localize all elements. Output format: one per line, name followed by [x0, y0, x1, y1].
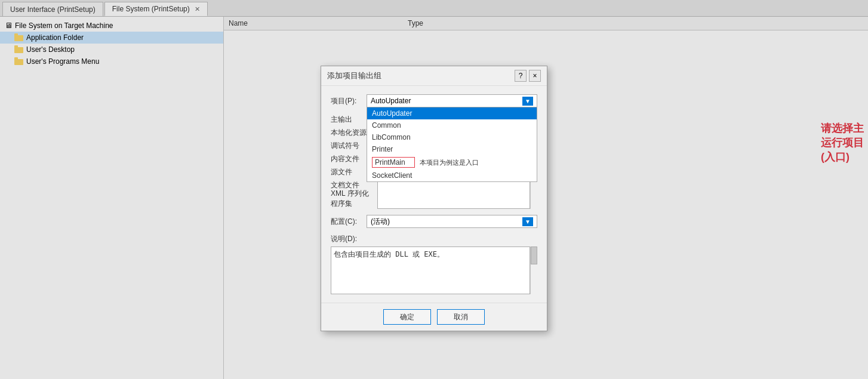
config-label: 配置(C):: [331, 217, 367, 227]
config-value: (活动): [371, 217, 390, 227]
project-dropdown[interactable]: AutoUpdater ▼: [367, 94, 537, 107]
printmain-annotation: 本项目为例这是入口: [420, 158, 479, 167]
dialog-close-button[interactable]: ×: [529, 70, 541, 82]
dropdown-item-label-libcommon: LibCommon: [372, 133, 411, 141]
dropdown-item-common[interactable]: Common: [367, 119, 537, 131]
dropdown-item-printer[interactable]: Printer: [367, 143, 537, 155]
config-dropdown[interactable]: (活动) ▼: [367, 215, 537, 228]
dialog-add-output-group: 添加项目输出组 ? × 项目(P): AutoUpdater ▼: [321, 66, 547, 331]
dropdown-item-label-autoupdater: AutoUpdater: [372, 109, 412, 118]
dropdown-item-autoupdater[interactable]: AutoUpdater: [367, 107, 537, 119]
project-label: 项目(P):: [331, 96, 367, 106]
desc-scrollbar-thumb: [531, 246, 537, 264]
desc-section: 说明(D):: [331, 234, 537, 294]
dropdown-item-printmain[interactable]: PrintMain 本项目为例这是入口: [367, 155, 537, 170]
desc-textarea[interactable]: [331, 246, 530, 294]
dialog-help-button[interactable]: ?: [515, 70, 527, 82]
project-dropdown-list: AutoUpdater Common LibCommon Printer: [367, 107, 537, 182]
config-arrow-icon: ▼: [522, 217, 533, 226]
project-row: 项目(P): AutoUpdater ▼ AutoUpdater Common: [331, 94, 537, 107]
dropdown-item-label-printmain: PrintMain: [375, 158, 405, 167]
desc-label: 说明(D):: [331, 234, 537, 244]
output-type-6: XML 序列化程序集: [331, 192, 373, 205]
config-row: 配置(C): (活动) ▼: [331, 215, 537, 228]
project-dropdown-value: AutoUpdater: [371, 97, 411, 105]
dropdown-item-label-printer: Printer: [372, 145, 393, 153]
dialog-title: 添加项目输出组: [327, 70, 381, 81]
modal-overlay: 添加项目输出组 ? × 项目(P): AutoUpdater ▼: [0, 0, 868, 379]
dialog-footer: 确定 取消: [321, 303, 547, 331]
dropdown-arrow-icon: ▼: [522, 97, 533, 106]
dialog-body: 项目(P): AutoUpdater ▼ AutoUpdater Common: [321, 86, 547, 303]
dropdown-item-label-socketclient: SocketClient: [372, 171, 412, 180]
ok-button[interactable]: 确定: [383, 309, 431, 325]
dropdown-item-libcommon[interactable]: LibCommon: [367, 131, 537, 143]
dialog-controls: ? ×: [515, 70, 541, 82]
dropdown-item-label-common: Common: [372, 121, 401, 130]
desc-scrollbar[interactable]: [530, 246, 537, 294]
cancel-button[interactable]: 取消: [437, 309, 485, 325]
dialog-title-bar: 添加项目输出组 ? ×: [321, 66, 547, 86]
project-dropdown-container: AutoUpdater ▼ AutoUpdater Common LibComm…: [367, 94, 537, 107]
dropdown-item-socketclient[interactable]: SocketClient: [367, 170, 537, 181]
printmain-bordered: PrintMain: [372, 157, 415, 168]
